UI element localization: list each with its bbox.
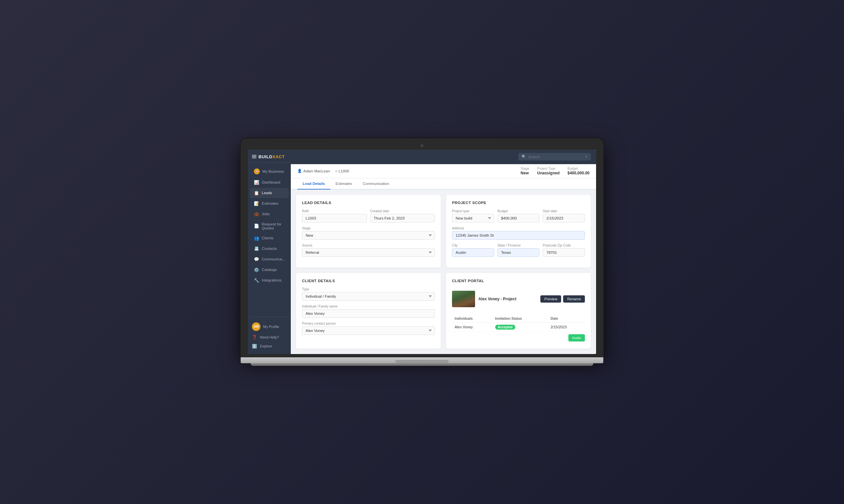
sidebar-item-catalogs[interactable]: ⚙️ Catalogs	[250, 265, 289, 275]
city-state-zip-row: City State / Province Texas California N…	[452, 244, 585, 261]
city-label: City	[452, 244, 494, 247]
rename-button[interactable]: Rename	[563, 295, 585, 303]
client-name-group: Individual / Family name	[302, 305, 435, 318]
table-row: Alex Voney Accepted 2/15/2023	[452, 323, 585, 331]
sidebar-item-integrations[interactable]: 🔧 Integrations	[250, 275, 289, 286]
meta-stage: Stage New	[521, 167, 529, 175]
tab-communication[interactable]: Communication	[357, 178, 394, 190]
project-scope-title: PROJECT SCOPE	[452, 201, 585, 205]
search-input[interactable]	[528, 155, 582, 159]
brand-logo: BUILDXACT	[258, 154, 285, 159]
avatar: AM	[252, 322, 261, 331]
ref-date-row: Ref# Created date	[302, 209, 435, 227]
tab-estimates[interactable]: Estimates	[330, 178, 358, 190]
sidebar-label-rfq: Request for Quotes	[262, 222, 285, 230]
state-select[interactable]: Texas California New York Florida	[498, 248, 540, 257]
address-label: Address	[452, 227, 585, 230]
explore-icon: ℹ️	[252, 344, 257, 349]
start-date-input[interactable]	[543, 214, 585, 222]
breadcrumb-user: Adam MacLean	[303, 169, 330, 173]
city-input[interactable]	[452, 248, 494, 257]
contacts-icon: 📇	[254, 246, 259, 251]
project-type-select[interactable]: New build Renovation Extension Other	[452, 214, 494, 222]
content-area: LEAD DETAILS Ref# Created date	[291, 190, 596, 354]
project-scope-card: PROJECT SCOPE Project type New build Ren…	[446, 195, 591, 268]
created-label: Created date	[370, 209, 435, 213]
state-group: State / Province Texas California New Yo…	[498, 244, 540, 257]
sidebar: BUILDXACT 🏠 My Business 📊 Dashboard	[248, 150, 291, 354]
meta-budget: Budget $400,000.00	[568, 167, 590, 175]
search-box[interactable]: 🔍 ✕	[518, 153, 591, 161]
source-group: Source Referral Website Social Media Dir…	[302, 244, 435, 257]
rfq-icon: 📄	[254, 223, 259, 229]
jobs-icon: 💼	[254, 212, 259, 217]
budget-label: Budget	[498, 209, 540, 213]
sidebar-label-communication: Communica...	[262, 257, 285, 261]
start-date-label: Start date	[543, 209, 585, 213]
sidebar-item-communication[interactable]: 💬 Communica...	[250, 254, 289, 264]
invitation-status: Accepted	[492, 323, 548, 331]
sidebar-nav: 🏠 My Business 📊 Dashboard 📋 Leads �	[248, 163, 291, 317]
postcode-group: Postcode Zip Code	[543, 244, 585, 257]
budget-input[interactable]	[498, 214, 540, 222]
need-help-label: Need Help?	[260, 335, 279, 339]
breadcrumb-lead-id: L1000	[339, 169, 349, 173]
sidebar-item-rfq[interactable]: 📄 Request for Quotes	[250, 219, 289, 233]
address-input[interactable]	[452, 231, 585, 240]
sidebar-item-clients[interactable]: 👥 Clients	[250, 233, 289, 243]
my-profile-item[interactable]: AM My Profile	[252, 320, 287, 333]
top-bar: 🔍 ✕	[291, 150, 596, 164]
client-type-select[interactable]: Individual / Family Business Government	[302, 292, 435, 301]
city-group: City	[452, 244, 494, 257]
portal-thumbnail	[452, 291, 475, 307]
meta-project-type: Project Type Unassigned	[537, 167, 559, 175]
stage-group: Stage New Qualified Proposal Won Lost	[302, 227, 435, 240]
ref-input[interactable]	[302, 214, 367, 222]
budget-group: Budget	[498, 209, 540, 222]
invitation-date: 2/15/2023	[548, 323, 585, 331]
postcode-input[interactable]	[543, 248, 585, 257]
ref-group: Ref#	[302, 209, 367, 222]
menu-toggle[interactable]	[252, 155, 256, 158]
portal-thumbnail-image	[452, 291, 475, 307]
status-badge: Accepted	[495, 325, 515, 330]
stage-label: Stage	[302, 227, 435, 230]
communication-icon: 💬	[254, 257, 259, 262]
invite-button[interactable]: Invite	[568, 334, 585, 342]
integrations-icon: 🔧	[254, 278, 259, 283]
sidebar-item-jobs[interactable]: 💼 Jobs	[250, 209, 289, 219]
sidebar-item-leads[interactable]: 📋 Leads	[250, 188, 289, 198]
home-icon: 🏠	[254, 168, 260, 174]
preview-button[interactable]: Preview	[540, 295, 561, 303]
portal-project-name: Alex Voney - Project	[478, 297, 537, 301]
explore-item[interactable]: ℹ️ Explore	[252, 342, 287, 351]
tabs-bar: Lead Details Estimates Communication	[291, 178, 596, 190]
source-select[interactable]: Referral Website Social Media Direct	[302, 248, 435, 257]
tab-lead-details[interactable]: Lead Details	[298, 178, 330, 190]
laptop-base	[241, 357, 603, 363]
leads-icon: 📋	[254, 191, 259, 196]
sidebar-item-dashboard[interactable]: 📊 Dashboard	[250, 177, 289, 187]
close-icon[interactable]: ✕	[585, 155, 588, 159]
sidebar-item-contacts[interactable]: 📇 Contacts	[250, 244, 289, 254]
dashboard-icon: 📊	[254, 180, 259, 185]
sidebar-item-estimates[interactable]: 📝 Estimates	[250, 198, 289, 209]
client-name-label: Individual / Family name	[302, 305, 435, 308]
sidebar-label-clients: Clients	[262, 236, 273, 240]
client-portal-card: CLIENT PORTAL Alex Voney - Project Previ…	[446, 273, 591, 349]
col-individuals: Individuals	[452, 314, 492, 323]
created-input[interactable]	[370, 214, 435, 222]
need-help-item[interactable]: ❓ Need Help?	[252, 333, 287, 342]
estimates-icon: 📝	[254, 201, 259, 206]
sidebar-item-my-business[interactable]: 🏠 My Business	[250, 166, 289, 177]
stage-select[interactable]: New Qualified Proposal Won Lost	[302, 231, 435, 240]
client-type-label: Type	[302, 287, 435, 291]
laptop-camera	[421, 144, 423, 147]
client-name-input[interactable]	[302, 309, 435, 318]
user-breadcrumb: 👤 Adam MacLean	[298, 169, 330, 173]
client-portal-title: CLIENT PORTAL	[452, 279, 585, 283]
sidebar-label-contacts: Contacts	[262, 247, 276, 251]
sidebar-label-jobs: Jobs	[262, 212, 270, 216]
contact-person-select[interactable]: Alex Voney	[302, 326, 435, 335]
explore-label: Explore	[260, 344, 272, 348]
